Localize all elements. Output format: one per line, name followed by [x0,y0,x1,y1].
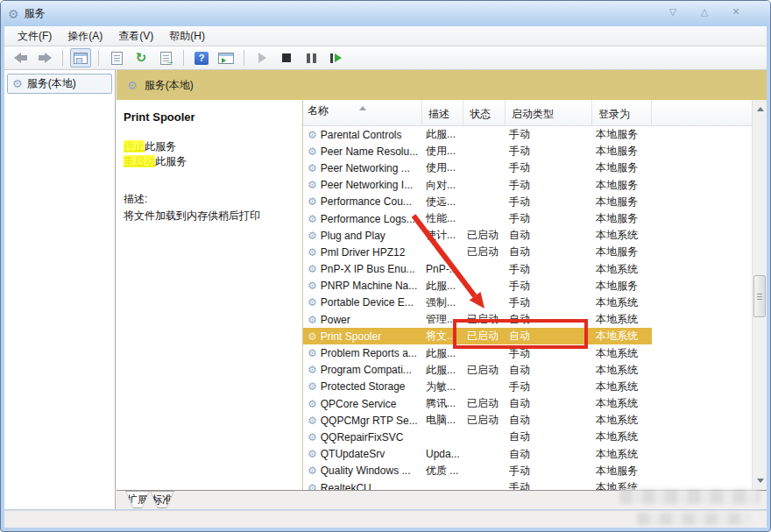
table-row[interactable]: ⚙Portable Device E...强制...手动本地系统 [303,294,652,311]
column-header-startup-type[interactable]: 启动类型 [506,100,592,125]
services-gear-icon: ⚙ [12,78,23,89]
service-name: Protected Storage [321,380,406,393]
service-name: Power [321,314,350,326]
service-name: Program Compati... [321,364,412,376]
scroll-down-icon[interactable] [753,475,767,490]
table-row[interactable]: ⚙Power管理...已启动自动本地系统 [303,311,652,328]
pane-header: ⚙ 服务(本地) [117,70,767,100]
table-row[interactable]: ⚙Protected Storage为敏...手动本地系统 [303,379,652,395]
table-row[interactable]: ⚙PNRP Machine Na...此服...手动本地服务 [303,278,652,294]
service-detail-pane: Print Spooler 停止此服务 重启动此服务 描述: 将文件加载到内存供… [117,100,302,490]
table-row[interactable]: ⚙QQRepairFixSVC自动本地系统 [303,429,652,445]
table-row[interactable]: ⚙PnP-X IP Bus Enu...PnP-...手动本地系统 [303,261,652,278]
start-service-icon[interactable] [251,48,272,67]
service-name: PnP-X IP Bus Enu... [321,263,415,275]
restart-service-link[interactable]: 重启动 [124,155,155,167]
sort-ascending-icon [359,103,366,110]
service-name: RealtekCU [321,482,371,490]
service-name: Problem Reports a... [321,347,417,359]
service-gear-icon: ⚙ [308,331,317,342]
tree-item-label: 服务(本地) [27,76,76,91]
show-action-pane-icon[interactable] [216,48,237,67]
service-list: 名称 描述 状态 启动类型 登录为 ⚙Parental Controls此服..… [302,100,767,490]
column-header-status[interactable]: 状态 [463,100,506,125]
scroll-up-icon[interactable] [753,100,767,115]
tree-item-services-local[interactable]: ⚙ 服务(本地) [7,74,112,94]
column-header-description[interactable]: 描述 [422,100,463,125]
table-row[interactable]: ⚙Performance Cou...使远...手动本地服务 [303,194,652,210]
selected-service-name: Print Spooler [124,110,302,124]
table-row[interactable]: ⚙QPCore Service腾讯...已启动自动本地系统 [303,395,652,412]
tab-standard[interactable]: 标准 [150,491,174,508]
service-name: Pml Driver HPZ12 [321,246,406,259]
forward-icon[interactable] [34,48,55,67]
back-icon[interactable] [10,48,31,67]
table-row[interactable]: ⚙Plug and Play使计...已启动自动本地系统 [303,227,652,244]
service-gear-icon: ⚙ [308,196,317,207]
table-row[interactable]: ⚙Performance Logs...性能...手动本地服务 [303,210,652,227]
service-gear-icon: ⚙ [308,483,317,490]
table-row[interactable]: ⚙RealtekCU手动本地系统 [303,479,652,490]
minimize-button[interactable]: ▽ [663,4,683,18]
pause-service-icon[interactable] [301,48,322,67]
toolbar: ↻ → ? [4,46,767,70]
service-rows: ⚙Parental Controls此服...手动本地服务⚙Peer Name … [303,126,752,490]
menu-bar: 文件(F) 操作(A) 查看(V) 帮助(H) [4,26,767,46]
stop-service-icon[interactable] [276,48,297,67]
close-button[interactable]: × [726,4,746,18]
blurred-watermark [637,513,751,525]
blurred-watermark [619,489,760,504]
service-gear-icon: ⚙ [308,348,317,358]
list-header: 名称 描述 状态 启动类型 登录为 [303,100,752,126]
table-row[interactable]: ⚙Peer Networking ...使用...手动本地服务 [303,160,652,176]
service-name: PNRP Machine Na... [321,280,418,292]
description-label: 描述: [124,192,302,207]
table-row[interactable]: ⚙Peer Name Resolu...使用...手动本地服务 [303,143,652,160]
service-gear-icon: ⚙ [308,381,317,392]
export-list-icon[interactable]: → [155,48,176,67]
table-row[interactable]: ⚙Program Compati...此服...已启动自动本地系统 [303,362,652,379]
service-name: Plug and Play [321,230,386,242]
pane-header-label: 服务(本地) [145,78,194,93]
table-row[interactable]: ⚙QQPCMgr RTP Se...电脑...已启动自动本地系统 [303,412,652,429]
table-row[interactable]: ⚙Parental Controls此服...手动本地服务 [303,126,652,143]
maximize-button[interactable]: △ [695,4,714,18]
service-gear-icon: ⚙ [308,180,317,190]
service-gear-icon: ⚙ [308,247,317,258]
service-name: QQRepairFixSVC [321,431,404,443]
menu-action[interactable]: 操作(A) [60,26,110,46]
service-name: Peer Networking I... [321,179,413,191]
stop-service-link[interactable]: 停止 [124,140,145,153]
stop-service-line: 停止此服务 [124,139,302,154]
menu-view[interactable]: 查看(V) [110,26,161,46]
properties-icon[interactable] [106,48,127,67]
vertical-scrollbar[interactable] [752,100,767,490]
tab-extended[interactable]: 扩展 [125,491,150,508]
services-gear-icon: ⚙ [8,7,19,21]
table-row[interactable]: ⚙Pml Driver HPZ12已启动自动本地服务 [303,244,652,260]
table-row[interactable]: ⚙Print Spooler将文...已启动自动本地系统 [303,328,652,344]
service-name: Peer Name Resolu... [321,145,418,158]
service-name: Print Spooler [321,330,381,343]
services-window: ⚙ 服务 ▽ △ × 文件(F) 操作(A) 查看(V) 帮助(H) ↻ → ? [0,0,771,532]
table-row[interactable]: ⚙Peer Networking I...向对...手动本地服务 [303,177,652,194]
table-row[interactable]: ⚙Quality Windows ...优质 ...手动本地服务 [303,463,652,479]
table-row[interactable]: ⚙QTUpdateSrvUpda...自动本地系统 [303,446,652,463]
menu-file[interactable]: 文件(F) [10,26,60,46]
menu-help[interactable]: 帮助(H) [161,26,213,46]
scrollbar-thumb[interactable] [753,275,766,317]
refresh-icon[interactable]: ↻ [131,48,152,67]
column-header-logon-as[interactable]: 登录为 [592,100,652,125]
service-name: Quality Windows ... [321,465,411,477]
service-gear-icon: ⚙ [308,214,317,224]
help-icon[interactable]: ? [191,48,212,67]
table-row[interactable]: ⚙Problem Reports a...此服...手动本地系统 [303,344,652,361]
service-gear-icon: ⚙ [308,432,317,443]
restart-service-icon[interactable] [325,48,346,67]
service-gear-icon: ⚙ [308,415,317,426]
title-bar[interactable]: ⚙ 服务 ▽ △ × [1,1,770,26]
show-console-tree-icon[interactable] [70,48,91,67]
description-text: 将文件加载到内存供稍后打印 [124,209,302,223]
service-name: Portable Device E... [321,296,414,309]
column-header-name[interactable]: 名称 [303,100,422,125]
